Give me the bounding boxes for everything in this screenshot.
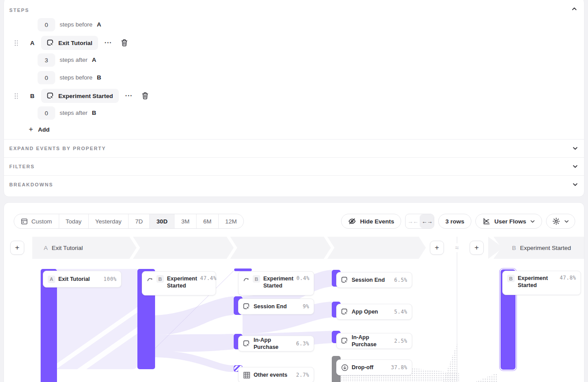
plus-icon: + — [29, 125, 33, 134]
add-step-button[interactable]: + Add — [29, 125, 49, 134]
step-row-a: A Exit Tutorial ••• — [4, 35, 584, 50]
count-label: steps afterA — [60, 53, 96, 67]
calendar-icon — [21, 218, 28, 225]
indirect-path-icon — [243, 276, 250, 283]
flow-column-header-a[interactable]: A Exit Tutorial — [32, 237, 137, 259]
steps-after-a-input[interactable]: 3 — [38, 53, 55, 67]
flow-node-in-app-purchase-2[interactable]: In-App Purchase 2.5% — [336, 333, 412, 349]
date-range-12m[interactable]: 12M — [218, 214, 243, 228]
flow-node-experiment-started[interactable]: B Experiment Started 47.4% — [142, 271, 216, 295]
step-badge: B — [253, 275, 260, 283]
click-event-icon — [341, 337, 349, 345]
drag-handle-icon[interactable] — [14, 40, 18, 46]
click-event-icon — [243, 303, 250, 310]
click-event-icon — [47, 92, 54, 100]
steps-before-b-input[interactable]: 0 — [38, 71, 55, 84]
count-label: steps beforeB — [60, 71, 101, 84]
more-options-icon[interactable]: ••• — [105, 41, 112, 45]
chevron-down-icon — [530, 219, 535, 223]
step-label: Exit Tutorial — [52, 245, 83, 251]
step-badge: B — [156, 275, 164, 283]
count-label: steps beforeA — [60, 18, 101, 31]
flow-column-header[interactable] — [133, 237, 234, 259]
step-letter: B — [29, 93, 35, 99]
click-event-icon — [341, 276, 349, 284]
more-options-icon[interactable]: ••• — [125, 94, 133, 98]
approx-icon: ≈ — [451, 243, 463, 252]
add-column-button[interactable]: + — [430, 241, 444, 255]
event-picker-exit-tutorial[interactable]: Exit Tutorial — [41, 36, 98, 50]
flow-node-session-end[interactable]: Session End 9% — [238, 299, 314, 314]
click-event-icon — [243, 340, 250, 348]
date-range-30d[interactable]: 30D — [149, 214, 174, 228]
step-badge: A — [48, 276, 55, 283]
expand-columns-button[interactable]: ←→ — [420, 214, 434, 228]
click-event-icon — [341, 308, 349, 316]
steps-after-b-input[interactable]: 0 — [38, 106, 55, 120]
gear-icon — [552, 217, 560, 225]
flows-panel: Custom Today Yesterday 7D 30D 3M 6M 12M … — [4, 202, 584, 382]
indirect-path-icon — [147, 276, 153, 283]
collapse-columns-button[interactable]: →← — [406, 214, 420, 228]
trash-icon — [121, 39, 128, 47]
drag-handle-icon[interactable] — [14, 93, 18, 99]
date-range-3m[interactable]: 3M — [174, 214, 196, 228]
flow-node-app-open[interactable]: App Open 5.4% — [336, 304, 412, 320]
date-range-control: Custom Today Yesterday 7D 30D 3M 6M 12M — [14, 214, 244, 229]
chevron-up-icon — [572, 7, 577, 11]
steps-before-a-input[interactable]: 0 — [38, 18, 55, 31]
date-range-custom[interactable]: Custom — [14, 214, 59, 228]
delete-step-button[interactable] — [141, 92, 149, 100]
chevron-down-icon — [573, 146, 578, 151]
trash-icon — [141, 92, 149, 100]
flow-column-header-b[interactable]: B Experiment Started — [493, 237, 584, 259]
step-letter: A — [44, 245, 48, 251]
width-toggle-group: →← ←→ — [405, 214, 434, 229]
add-column-button[interactable]: + — [10, 241, 24, 255]
flows-report-page: STEPS 0 steps beforeA A Exit Tutorial ••… — [0, 0, 588, 382]
flow-node-experiment-started-anchor[interactable]: B Experiment Started 47.8% — [502, 271, 581, 295]
view-toolbar: Hide Events →← ←→ 3 rows User Flows — [341, 214, 575, 229]
view-type-dropdown[interactable]: User Flows — [475, 214, 542, 229]
user-flows-icon — [482, 217, 490, 225]
eye-off-icon — [348, 217, 356, 225]
flow-node-exit-tutorial[interactable]: A Exit Tutorial 100% — [43, 271, 121, 287]
delete-step-button[interactable] — [121, 39, 128, 47]
step-row-b: B Experiment Started ••• — [4, 88, 584, 103]
rows-count-button[interactable]: 3 rows — [438, 214, 471, 229]
flow-node-in-app-purchase[interactable]: In-App Purchase 6.3% — [238, 336, 314, 352]
date-range-6m[interactable]: 6M — [196, 214, 218, 228]
flow-node-experiment-started-0[interactable]: B Experiment Started 0.4% — [238, 271, 314, 295]
flow-node-session-end-2[interactable]: Session End 6.5% — [336, 272, 412, 288]
chevron-down-icon — [573, 164, 578, 169]
flow-node-other-events[interactable]: Other events 2.7% — [238, 367, 314, 382]
add-column-button[interactable]: + — [470, 241, 484, 255]
click-event-icon — [47, 39, 54, 47]
step-letter: A — [29, 40, 35, 46]
steps-section-title: STEPS — [9, 6, 29, 14]
section-filters[interactable]: FILTERS — [4, 157, 584, 175]
count-label: steps afterB — [60, 106, 96, 120]
grid-icon — [243, 371, 250, 379]
dropoff-texture — [460, 367, 497, 382]
step-letter: B — [512, 245, 516, 251]
settings-dropdown[interactable] — [546, 214, 575, 229]
flow-node-drop-off[interactable]: Drop-off 37.8% — [336, 359, 412, 375]
hide-events-button[interactable]: Hide Events — [341, 214, 401, 229]
chevron-down-icon — [564, 219, 569, 223]
section-breakdowns[interactable]: BREAKDOWNS — [4, 175, 584, 193]
date-range-yesterday[interactable]: Yesterday — [88, 214, 129, 228]
drop-off-icon — [341, 364, 349, 371]
date-range-7d[interactable]: 7D — [128, 214, 149, 228]
step-badge: B — [507, 275, 515, 282]
flow-column-header[interactable] — [230, 237, 331, 259]
steps-collapse-button[interactable] — [572, 5, 577, 13]
step-label: Experiment Started — [520, 245, 571, 251]
flow-column-header[interactable] — [327, 237, 426, 259]
query-builder-panel: STEPS 0 steps beforeA A Exit Tutorial ••… — [4, 0, 584, 197]
date-range-today[interactable]: Today — [59, 214, 88, 228]
chevron-down-icon — [573, 182, 578, 187]
event-picker-experiment-started[interactable]: Experiment Started — [41, 89, 119, 103]
section-expand-events-by-property[interactable]: EXPAND EVENTS BY PROPERTY — [4, 139, 584, 157]
